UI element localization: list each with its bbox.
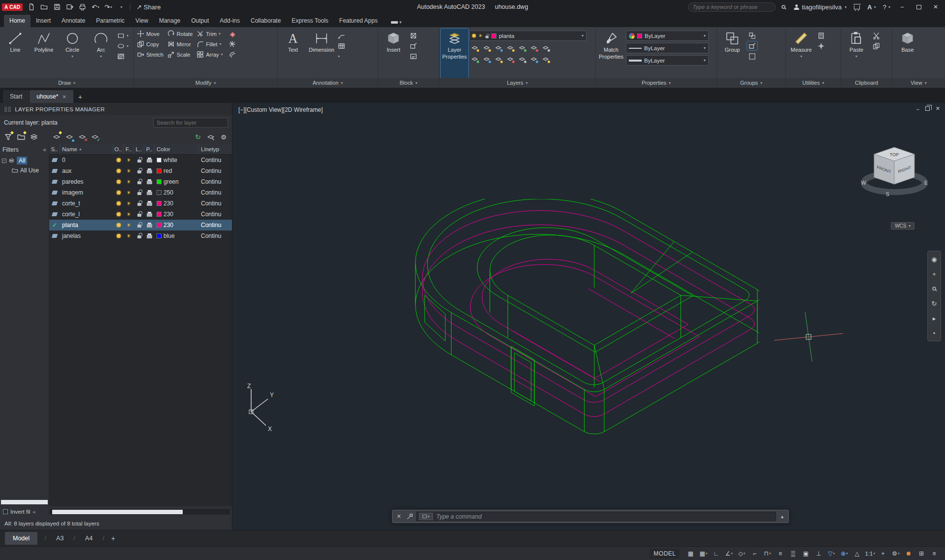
tab-output[interactable]: Output <box>186 15 214 27</box>
layer-vpfreeze-tool[interactable] <box>505 54 515 64</box>
circle-button[interactable]: Circle ▾ <box>59 29 86 78</box>
undo-button[interactable]: ↶▾ <box>90 1 101 12</box>
compass-east-label[interactable]: E <box>924 180 928 186</box>
new-group-filter-button[interactable] <box>16 132 27 142</box>
layer-row-imagem[interactable]: imagem ☀ 250 Continu <box>49 187 232 198</box>
layer-freeze-toggle[interactable]: ☀ <box>124 165 134 176</box>
layer-match-tool[interactable] <box>517 43 527 52</box>
layer-walk-tool[interactable] <box>493 54 503 64</box>
invert-filter-checkbox[interactable] <box>3 509 8 514</box>
layer-isolate-tool[interactable] <box>481 43 491 52</box>
utilities-panel-cap[interactable]: Utilities▾ <box>786 78 841 88</box>
delete-layer-button[interactable]: ✕ <box>77 132 88 142</box>
tab-uhouse[interactable]: uhouse* ✕ <box>30 90 73 103</box>
linetype-dropdown[interactable]: ByLayer ▾ <box>626 43 709 53</box>
tab-collaborate[interactable]: Collaborate <box>245 15 286 27</box>
create-block-button[interactable] <box>408 31 419 40</box>
layer-color-cell[interactable]: red <box>155 165 199 176</box>
command-line[interactable]: ✕ ▾ Type a command ▲ <box>392 510 789 523</box>
ortho-toggle[interactable]: ∟ <box>710 548 722 559</box>
customization-menu-button[interactable]: ≡ <box>928 548 940 559</box>
viewport-restore-icon[interactable] <box>925 106 930 111</box>
layer-lock-toggle[interactable] <box>134 165 144 176</box>
autoscale-toggle[interactable]: + <box>877 548 889 559</box>
id-point-button[interactable] <box>816 41 826 50</box>
palette-title-bar[interactable]: ⣿⣿ LAYER PROPERTIES MANAGER <box>0 103 232 115</box>
groups-panel-cap[interactable]: Groups▾ <box>717 78 785 88</box>
hatch-button[interactable] <box>116 52 126 61</box>
layer-search-box[interactable] <box>153 118 228 128</box>
redo-button[interactable]: ↷▾ <box>102 1 114 12</box>
invert-filter-control[interactable]: Invert fil « <box>0 509 49 515</box>
offset-button[interactable] <box>227 49 237 60</box>
layer-freeze-tool[interactable] <box>493 43 503 52</box>
autocad-logo[interactable]: ACAD <box>2 3 23 11</box>
arc-button[interactable]: Arc ▾ <box>87 29 115 78</box>
draw-panel-cap[interactable]: Draw▾ <box>0 78 133 88</box>
tab-parametric[interactable]: Parametric <box>91 15 130 27</box>
annotation-panel-cap[interactable]: Annotation▾ <box>278 78 378 88</box>
object-color-dropdown[interactable]: ByLayer ▾ <box>626 31 709 41</box>
layer-row-corte-t[interactable]: corte_t ☀ 230 Continu <box>49 198 232 209</box>
ellipse-button[interactable]: ▾ <box>116 41 130 50</box>
stretch-button[interactable]: Stretch <box>135 49 165 60</box>
dimension-button[interactable]: Dimension <box>308 29 335 78</box>
search-button[interactable] <box>778 1 789 12</box>
move-button[interactable]: Move <box>135 29 165 39</box>
recent-commands-button[interactable]: ▾ <box>419 513 433 520</box>
autodesk-apps-button[interactable]: A▾ <box>865 1 878 12</box>
layer-on-toggle[interactable] <box>113 176 124 187</box>
annotation-visibility-toggle[interactable]: △ <box>851 548 863 559</box>
tab-model[interactable]: Model <box>5 532 37 545</box>
filters-scrollbar[interactable] <box>1 500 48 504</box>
layer-on-toggle[interactable] <box>113 220 124 231</box>
open-file-button[interactable] <box>38 1 50 12</box>
rectangle-button[interactable]: ▾ <box>116 31 130 40</box>
command-input[interactable]: ▾ Type a command <box>416 512 776 521</box>
command-close-icon[interactable]: ✕ <box>394 512 403 521</box>
model-space-toggle[interactable]: MODEL <box>650 549 680 559</box>
save-as-button[interactable] <box>64 1 76 12</box>
layer-on-toggle[interactable] <box>113 155 124 165</box>
layer-lock-toggle[interactable] <box>134 220 144 231</box>
block-panel-cap[interactable]: Block▾ <box>378 78 439 88</box>
refresh-button[interactable]: ↻ <box>193 132 203 142</box>
polar-tracking-toggle[interactable]: ∠▾ <box>723 548 735 559</box>
layer-color-cell[interactable]: 230 <box>155 198 199 209</box>
tab-annotate[interactable]: Annotate <box>56 15 91 27</box>
line-button[interactable]: Line <box>1 29 29 78</box>
workspace-switcher[interactable]: ⚙▾ <box>890 548 902 559</box>
ribbon-collapse-button[interactable]: ▾ <box>388 17 405 27</box>
help-search-input[interactable] <box>692 4 771 10</box>
object-snap-toggle[interactable]: ⊓▾ <box>761 548 773 559</box>
view-panel-cap[interactable]: View▾ <box>892 78 945 88</box>
col-name[interactable]: Name▲ <box>60 144 113 154</box>
orbit-icon[interactable]: ↻ <box>929 298 939 308</box>
layer-row-janelas[interactable]: janelas ☀ blue Continu <box>49 231 232 241</box>
isodraft-toggle[interactable]: ◇▾ <box>736 548 748 559</box>
edit-block-button[interactable] <box>408 41 419 50</box>
close-button[interactable]: ✕ <box>928 1 943 13</box>
layer-search-input[interactable] <box>157 120 232 126</box>
account-button[interactable]: tiagofilipesilva ▾ <box>791 1 849 12</box>
help-button[interactable]: ?▾ <box>880 1 893 12</box>
layer-plot-toggle[interactable] <box>144 220 155 231</box>
invert-collapse-icon[interactable]: « <box>33 509 35 515</box>
wcs-selector[interactable]: WCS ▾ <box>891 222 914 230</box>
layer-color-cell[interactable]: 230 <box>155 209 199 220</box>
lineweight-dropdown[interactable]: ByLayer ▾ <box>626 55 709 66</box>
layer-freeze-toggle[interactable]: ☀ <box>124 209 134 220</box>
uhouse-tab-close-icon[interactable]: ✕ <box>62 94 66 99</box>
modify-panel-cap[interactable]: Modify▾ <box>134 78 277 88</box>
isolate-objects-button[interactable] <box>903 548 914 559</box>
minimize-button[interactable]: – <box>895 1 910 13</box>
layer-linetype-cell[interactable]: Continu <box>199 198 232 209</box>
layer-plot-toggle[interactable] <box>144 198 155 209</box>
layer-on-toggle[interactable] <box>113 187 124 198</box>
layer-plot-toggle[interactable] <box>144 155 155 165</box>
copy-button[interactable]: Copy <box>135 39 165 49</box>
layer-freeze-toggle[interactable]: ☀ <box>124 198 134 209</box>
app-store-button[interactable] <box>851 1 863 12</box>
array-button[interactable]: Array▾ <box>195 49 224 60</box>
layer-plot-toggle[interactable] <box>144 209 155 220</box>
